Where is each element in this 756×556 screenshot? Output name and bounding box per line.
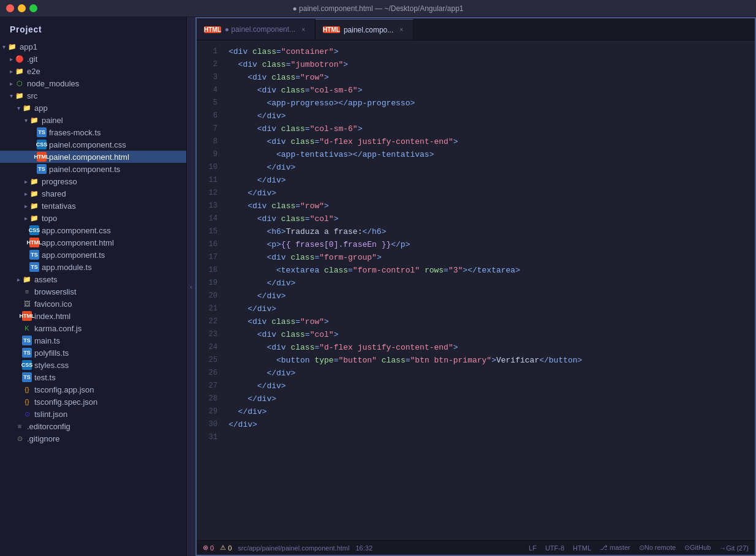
tab-tab1[interactable]: HTML● painel.component...× [197, 19, 316, 40]
file-icon: {} [22, 385, 32, 394]
sidebar-item-app.component.html[interactable]: HTMLapp.component.html [0, 236, 186, 249]
code-line: </div> [229, 290, 750, 302]
line-number: 26 [197, 367, 217, 380]
code-line: <div class="col-sm-6"> [229, 84, 750, 97]
status-bar: ⊗ 0 ⚠ 0 src/app/painel/painel.component.… [197, 540, 755, 555]
sidebar-item-app1[interactable]: 📁app1 [0, 40, 186, 53]
sidebar-item-painel[interactable]: 📁painel [0, 114, 186, 126]
sidebar-item-tslint.json[interactable]: ⊙tslint.json [0, 408, 186, 420]
sidebar-item-app.module.ts[interactable]: TSapp.module.ts [0, 261, 186, 273]
file-label: index.html [34, 312, 186, 321]
code-line: <div class="d-flex justify-content-end"> [229, 341, 750, 354]
sidebar-item-node_modules[interactable]: ⬡node_modules [0, 77, 186, 89]
sidebar-toggle[interactable]: ‹ [187, 17, 195, 556]
sidebar-item-assets[interactable]: 📁assets [0, 273, 186, 285]
sidebar-item-git[interactable]: 🔴.git [0, 53, 186, 65]
tree-arrow [7, 80, 15, 87]
sidebar-item-styles.css[interactable]: CSSstyles.css [0, 359, 186, 371]
sidebar-item-karma.conf.js[interactable]: Kkarma.conf.js [0, 322, 186, 334]
titlebar: ● painel.component.html — ~/Desktop/Angu… [0, 0, 756, 17]
close-button[interactable] [6, 4, 14, 12]
charset[interactable]: UTF-8 [545, 544, 564, 552]
sidebar-item-index.html[interactable]: HTMLindex.html [0, 310, 186, 322]
file-icon: ⊙ [15, 434, 25, 443]
sidebar-item-e2e[interactable]: 📁e2e [0, 65, 186, 77]
sidebar-item-painel.component.ts[interactable]: TSpainel.component.ts [0, 163, 186, 175]
timestamp: 16:32 [355, 544, 372, 552]
code-line: <div class="d-flex justify-content-end"> [229, 135, 750, 148]
tab-close-button[interactable]: × [397, 26, 406, 34]
sidebar-item-topo[interactable]: 📁topo [0, 212, 186, 224]
sidebar-item-.gitignore[interactable]: ⊙.gitignore [0, 432, 186, 445]
minimize-button[interactable] [18, 4, 26, 12]
code-line: <textarea class="form-control" rows="3">… [229, 264, 750, 277]
sidebar-item-tentativas[interactable]: 📁tentativas [0, 200, 186, 212]
git-branch[interactable]: ⎇ master [600, 544, 630, 552]
sidebar-item-browserslist[interactable]: ≡browserslist [0, 285, 186, 298]
file-label: .git [27, 54, 186, 64]
tree-arrow [22, 203, 29, 209]
file-icon: 📁 [15, 91, 25, 100]
sidebar-item-progresso[interactable]: 📁progresso [0, 175, 186, 187]
sidebar-item-painel.component.css[interactable]: CSSpainel.component.css [0, 138, 186, 151]
sidebar-item-frases-mock.ts[interactable]: TSfrases-mock.ts [0, 126, 186, 138]
language-mode[interactable]: HTML [573, 544, 591, 552]
code-line: </div> [229, 380, 750, 393]
sidebar-item-shared[interactable]: 📁shared [0, 187, 186, 200]
file-label: assets [34, 275, 186, 284]
file-icon: ≡ [15, 421, 25, 431]
sidebar-item-app.component.ts[interactable]: TSapp.component.ts [0, 249, 186, 261]
file-icon: TS [37, 164, 47, 174]
code-line: </div> [229, 110, 750, 122]
file-label: favicon.ico [34, 299, 186, 309]
sidebar-item-tsconfig.spec.json[interactable]: {}tsconfig.spec.json [0, 396, 186, 408]
file-explorer: Project 📁app1🔴.git📁e2e⬡node_modules📁src📁… [0, 17, 187, 556]
sidebar-item-tsconfig.app.json[interactable]: {}tsconfig.app.json [0, 383, 186, 396]
code-line: <div class="row"> [229, 200, 750, 212]
file-label: app.component.ts [42, 250, 186, 260]
tree-arrow [0, 43, 7, 50]
file-icon: TS [29, 250, 39, 260]
line-number: 28 [197, 393, 217, 405]
code-line: </div> [229, 367, 750, 380]
sidebar-item-app.component.css[interactable]: CSSapp.component.css [0, 224, 186, 236]
sidebar-item-test.ts[interactable]: TStest.ts [0, 371, 186, 383]
sidebar-item-src[interactable]: 📁src [0, 89, 186, 102]
line-number: 7 [197, 122, 217, 135]
sidebar-item-polyfills.ts[interactable]: TSpolyfills.ts [0, 347, 186, 359]
sidebar-item-.editorconfig[interactable]: ≡.editorconfig [0, 420, 186, 432]
maximize-button[interactable] [29, 4, 37, 12]
file-icon: ⬡ [15, 78, 25, 88]
tree-arrow [15, 105, 22, 111]
line-ending[interactable]: LF [529, 544, 537, 552]
code-editor[interactable]: 1234567891011121314151617181920212223242… [197, 40, 755, 540]
file-label: test.ts [34, 373, 186, 382]
file-icon: TS [29, 262, 39, 272]
file-icon: 📁 [22, 103, 32, 113]
line-number: 9 [197, 148, 217, 161]
sidebar-item-painel.component.html[interactable]: HTMLpainel.component.html [0, 151, 186, 163]
file-label: shared [42, 189, 186, 198]
sidebar-item-favicon.ico[interactable]: 🖼favicon.ico [0, 298, 186, 310]
github-status[interactable]: ⊙GitHub [684, 544, 711, 552]
line-number: 29 [197, 405, 217, 418]
file-label: main.ts [34, 336, 186, 345]
sidebar-item-main.ts[interactable]: TSmain.ts [0, 334, 186, 347]
git-remote[interactable]: ⊙No remote [639, 544, 676, 552]
file-label: painel [42, 116, 186, 125]
line-number: 3 [197, 71, 217, 84]
file-icon: HTML [22, 311, 32, 321]
code-line: <app-progresso></app-progresso> [229, 97, 750, 110]
window-controls[interactable] [6, 4, 37, 12]
line-number: 5 [197, 97, 217, 110]
file-icon: K [22, 323, 32, 333]
code-content[interactable]: <div class="container"> <div class="jumb… [224, 45, 755, 535]
code-line: </div> [229, 393, 750, 405]
git-status[interactable]: →Git (27) [719, 544, 749, 552]
file-label: karma.conf.js [34, 324, 186, 333]
tab-close-button[interactable]: × [299, 25, 308, 34]
sidebar-item-app[interactable]: 📁app [0, 102, 186, 114]
code-line: <div class="col"> [229, 212, 750, 225]
file-icon: CSS [37, 140, 47, 149]
tab-tab2[interactable]: HTMLpainel.compo...× [316, 19, 414, 40]
